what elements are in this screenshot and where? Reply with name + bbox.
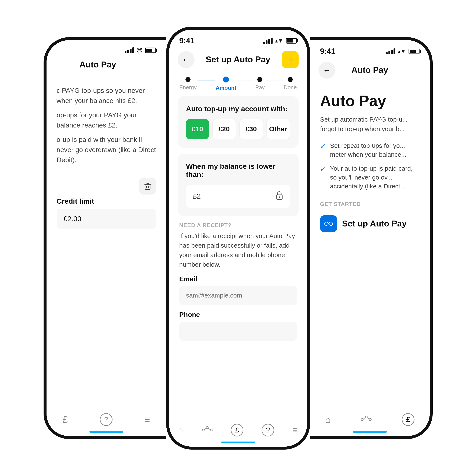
- delete-button[interactable]: [139, 178, 156, 195]
- status-bar-right: 9:41 ▴▼: [310, 40, 430, 58]
- nav-home-center[interactable]: ⌂: [174, 423, 188, 437]
- step-dot-done: [288, 77, 293, 82]
- lock-icon: [275, 190, 283, 202]
- step-label-done: Done: [284, 84, 297, 91]
- receipt-section: NEED A RECEIPT? If you'd like a receipt …: [178, 222, 299, 347]
- left-desc1: c PAYG top-ups so you never when your ba…: [57, 85, 156, 106]
- nav-usage-right[interactable]: [357, 414, 376, 425]
- back-button-center[interactable]: ←: [178, 51, 195, 68]
- step-dot-amount: [223, 77, 229, 83]
- amount-other-button[interactable]: Other: [266, 119, 290, 139]
- bottom-indicator-left: [89, 431, 123, 433]
- nav-home-right[interactable]: ⌂: [321, 413, 335, 426]
- bottom-nav-right: ⌂ £: [310, 407, 430, 436]
- signal-icon-right: [386, 49, 395, 54]
- menu-icon-left: ≡: [145, 414, 150, 425]
- setup-autopay-button[interactable]: Set up Auto Pay: [320, 215, 420, 232]
- nav-pound-center[interactable]: £: [226, 422, 248, 438]
- svg-point-14: [369, 419, 371, 421]
- back-button-right[interactable]: ←: [319, 62, 335, 79]
- left-desc3: o-up is paid with your bank ll never go …: [57, 135, 156, 165]
- status-time-center: 9:41: [179, 36, 195, 45]
- checkmark-list: ✓ Set repeat top-ups for yo... meter whe…: [320, 141, 420, 191]
- step-line-3: [266, 81, 283, 81]
- amount-10-button[interactable]: £10: [186, 119, 209, 139]
- infinity-icon: [320, 215, 337, 232]
- setup-autopay-label: Set up Auto Pay: [342, 219, 407, 228]
- amount-20-button[interactable]: £20: [212, 119, 236, 139]
- svg-line-11: [208, 428, 210, 430]
- balance-input-row: £2: [186, 185, 290, 208]
- battery-icon-left: [145, 48, 156, 53]
- status-bar-left: ⌘: [47, 40, 166, 56]
- bottom-nav-left: £ ? ≡: [47, 407, 166, 436]
- amount-options[interactable]: £10 £20 £30 Other: [186, 119, 290, 139]
- balance-card: When my balance is lower than: £2: [178, 154, 299, 216]
- nav-help-left[interactable]: ?: [96, 411, 117, 427]
- phone-center: 9:41 ▴▼ ←: [166, 27, 310, 450]
- svg-point-13: [365, 416, 367, 418]
- pound-icon-right: £: [402, 413, 414, 426]
- nav-menu-left[interactable]: ≡: [140, 413, 154, 426]
- status-time-right: 9:41: [320, 47, 335, 56]
- wifi-icon-center: ▴▼: [275, 37, 283, 44]
- right-page-title: Auto Pay: [335, 65, 404, 75]
- phone-input[interactable]: [179, 322, 297, 341]
- divider: [320, 210, 420, 210]
- credit-section: Credit limit £2.00: [57, 178, 156, 229]
- phone-left: ⌘ Auto Pay c PAYG top-ups so you never w…: [44, 37, 166, 439]
- bullet-2-text: Your auto top-up is paid card, so you'll…: [330, 164, 420, 191]
- nav-pound-left[interactable]: £: [58, 413, 72, 426]
- check-icon-2: ✓: [320, 165, 326, 174]
- bottom-indicator-center: [221, 442, 255, 443]
- bottom-indicator-right: [353, 431, 387, 433]
- svg-point-6: [279, 196, 280, 198]
- status-icons-center: ▴▼: [263, 37, 297, 44]
- checkmark-item-1: ✓ Set repeat top-ups for yo... meter whe…: [320, 141, 420, 159]
- svg-point-7: [202, 429, 204, 431]
- progress-steps: Energy Amount Pay Done: [169, 71, 307, 96]
- header-right: ← Auto Pay: [310, 58, 430, 82]
- svg-line-16: [367, 418, 369, 419]
- svg-rect-2: [148, 186, 149, 188]
- svg-point-8: [206, 426, 208, 429]
- nav-help-center[interactable]: ?: [257, 422, 278, 438]
- help-icon-center: ?: [262, 424, 274, 437]
- status-icons-left: ⌘: [125, 47, 156, 54]
- left-content: c PAYG top-ups so you never when your ba…: [47, 73, 166, 407]
- back-arrow-right: ←: [323, 66, 331, 75]
- usage-icon-right: [361, 416, 372, 423]
- svg-point-12: [361, 419, 363, 421]
- checkmark-item-2: ✓ Your auto top-up is paid card, so you'…: [320, 164, 420, 191]
- signal-icon-center: [263, 38, 272, 44]
- step-amount: Amount: [216, 77, 236, 91]
- pound-icon-left: £: [62, 414, 68, 425]
- step-dot-energy: [186, 77, 190, 82]
- lightning-button-center[interactable]: ⚡: [282, 51, 299, 68]
- svg-line-10: [204, 428, 206, 430]
- step-line-1: [198, 81, 215, 81]
- nav-menu-center[interactable]: ≡: [288, 423, 302, 437]
- signal-icon-left: [125, 47, 134, 53]
- svg-line-15: [363, 418, 365, 419]
- right-description: Set up automatic PAYG top-u... forget to…: [320, 115, 420, 134]
- nav-usage-center[interactable]: [198, 425, 217, 436]
- trash-icon: [143, 182, 152, 190]
- screen-container: ⌘ Auto Pay c PAYG top-ups so you never w…: [0, 0, 476, 476]
- nav-pound-right[interactable]: £: [398, 411, 419, 427]
- email-input[interactable]: [179, 286, 297, 305]
- lightning-icon-center: ⚡: [285, 55, 295, 64]
- usage-icon-center: [202, 426, 213, 434]
- center-page-title: Set up Auto Pay: [195, 55, 282, 64]
- step-done: Done: [284, 77, 297, 91]
- header-left: Auto Pay: [47, 56, 166, 73]
- phone-right: 9:41 ▴▼ ←: [310, 37, 433, 439]
- balance-card-title: When my balance is lower than:: [186, 162, 290, 179]
- wifi-icon-right: ▴▼: [398, 48, 406, 54]
- step-label-amount: Amount: [216, 85, 236, 91]
- balance-value: £2: [193, 192, 201, 200]
- pound-icon-center: £: [231, 424, 243, 437]
- credit-value-box: £2.00: [57, 209, 156, 229]
- amount-30-button[interactable]: £30: [239, 119, 263, 139]
- back-arrow-center: ←: [182, 55, 190, 64]
